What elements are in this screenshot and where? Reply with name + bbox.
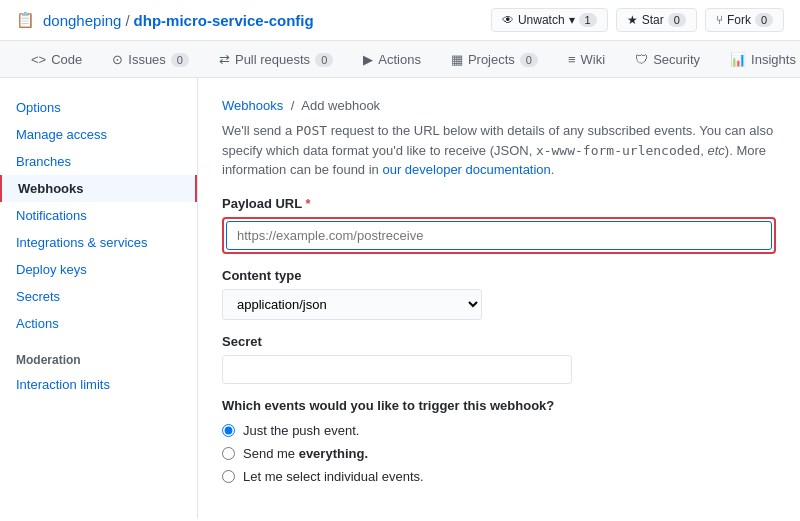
repo-title: 📋 dongheping / dhp-micro-service-config xyxy=(16,11,314,29)
tab-pull-requests[interactable]: ⇄ Pull requests 0 xyxy=(204,41,348,77)
actions-icon: ▶ xyxy=(363,52,373,67)
events-question: Which events would you like to trigger t… xyxy=(222,398,776,413)
tab-wiki[interactable]: ≡ Wiki xyxy=(553,41,620,77)
projects-icon: ▦ xyxy=(451,52,463,67)
payload-url-wrapper xyxy=(222,217,776,254)
sidebar-item-webhooks[interactable]: Webhooks xyxy=(0,175,197,202)
tab-security[interactable]: 🛡 Security xyxy=(620,41,715,77)
repo-owner[interactable]: dongheping xyxy=(43,12,121,29)
issues-icon: ⊙ xyxy=(112,52,123,67)
webhook-description: We'll send a POST request to the URL bel… xyxy=(222,121,776,180)
webhook-form: Payload URL * Content type application/j… xyxy=(222,196,776,484)
watch-button[interactable]: 👁 Unwatch ▾ 1 xyxy=(491,8,608,32)
repo-header: 📋 dongheping / dhp-micro-service-config … xyxy=(0,0,800,41)
moderation-section-label: Moderation xyxy=(0,337,197,371)
breadcrumb-current: Add webhook xyxy=(301,98,380,113)
tab-actions[interactable]: ▶ Actions xyxy=(348,41,436,77)
event-radio-individual[interactable] xyxy=(222,470,235,483)
pr-icon: ⇄ xyxy=(219,52,230,67)
star-button[interactable]: ★ Star 0 xyxy=(616,8,697,32)
tab-projects[interactable]: ▦ Projects 0 xyxy=(436,41,553,77)
event-label-everything: Send me everything. xyxy=(243,446,368,461)
event-option-everything: Send me everything. xyxy=(222,446,776,461)
sidebar-item-options[interactable]: Options xyxy=(0,94,197,121)
payload-url-group: Payload URL * xyxy=(222,196,776,254)
breadcrumb: Webhooks / Add webhook xyxy=(222,98,776,113)
star-count: 0 xyxy=(668,13,686,27)
payload-url-input[interactable] xyxy=(226,221,772,250)
event-label-individual: Let me select individual events. xyxy=(243,469,424,484)
developer-docs-link[interactable]: our developer documentation xyxy=(382,162,550,177)
secret-label: Secret xyxy=(222,334,776,349)
main-content: Webhooks / Add webhook We'll send a POST… xyxy=(198,78,800,518)
sidebar-item-interaction-limits[interactable]: Interaction limits xyxy=(0,371,197,398)
repo-separator: / xyxy=(125,12,129,29)
projects-badge: 0 xyxy=(520,53,538,67)
event-option-push: Just the push event. xyxy=(222,423,776,438)
pr-badge: 0 xyxy=(315,53,333,67)
repo-icon: 📋 xyxy=(16,11,35,29)
sidebar-item-integrations[interactable]: Integrations & services xyxy=(0,229,197,256)
secret-group: Secret xyxy=(222,334,776,384)
nav-tabs: <> Code ⊙ Issues 0 ⇄ Pull requests 0 ▶ A… xyxy=(0,41,800,78)
sidebar: Options Manage access Branches Webhooks … xyxy=(0,78,198,518)
fork-icon: ⑂ xyxy=(716,13,723,27)
events-group: Which events would you like to trigger t… xyxy=(222,398,776,484)
fork-button[interactable]: ⑂ Fork 0 xyxy=(705,8,784,32)
watch-label: Unwatch xyxy=(518,13,565,27)
star-label: Star xyxy=(642,13,664,27)
sidebar-item-actions[interactable]: Actions xyxy=(0,310,197,337)
eye-icon: 👁 xyxy=(502,13,514,27)
layout: Options Manage access Branches Webhooks … xyxy=(0,78,800,518)
content-type-label: Content type xyxy=(222,268,776,283)
payload-url-label: Payload URL * xyxy=(222,196,776,211)
sidebar-item-deploy-keys[interactable]: Deploy keys xyxy=(0,256,197,283)
sidebar-item-branches[interactable]: Branches xyxy=(0,148,197,175)
issues-badge: 0 xyxy=(171,53,189,67)
watch-count: 1 xyxy=(579,13,597,27)
code-icon: <> xyxy=(31,52,46,67)
star-icon: ★ xyxy=(627,13,638,27)
event-radio-push[interactable] xyxy=(222,424,235,437)
sidebar-item-manage-access[interactable]: Manage access xyxy=(0,121,197,148)
breadcrumb-parent[interactable]: Webhooks xyxy=(222,98,283,113)
tab-issues[interactable]: ⊙ Issues 0 xyxy=(97,41,204,77)
chevron-down-icon: ▾ xyxy=(569,13,575,27)
breadcrumb-separator: / xyxy=(291,98,295,113)
repo-actions: 👁 Unwatch ▾ 1 ★ Star 0 ⑂ Fork 0 xyxy=(491,8,784,32)
event-label-push: Just the push event. xyxy=(243,423,359,438)
secret-input[interactable] xyxy=(222,355,572,384)
repo-name[interactable]: dhp-micro-service-config xyxy=(134,12,314,29)
event-radio-everything[interactable] xyxy=(222,447,235,460)
sidebar-item-secrets[interactable]: Secrets xyxy=(0,283,197,310)
content-type-group: Content type application/json applicatio… xyxy=(222,268,776,320)
content-type-select[interactable]: application/json application/x-www-form-… xyxy=(222,289,482,320)
sidebar-item-notifications[interactable]: Notifications xyxy=(0,202,197,229)
event-option-individual: Let me select individual events. xyxy=(222,469,776,484)
insights-icon: 📊 xyxy=(730,52,746,67)
security-icon: 🛡 xyxy=(635,52,648,67)
wiki-icon: ≡ xyxy=(568,52,576,67)
fork-label: Fork xyxy=(727,13,751,27)
fork-count: 0 xyxy=(755,13,773,27)
tab-code[interactable]: <> Code xyxy=(16,41,97,77)
tab-insights[interactable]: 📊 Insights xyxy=(715,41,800,77)
